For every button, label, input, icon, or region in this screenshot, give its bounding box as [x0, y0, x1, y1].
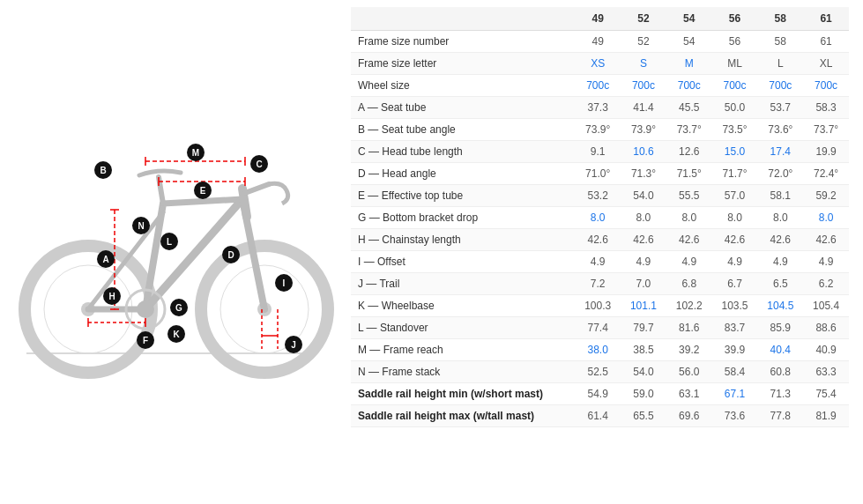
- cell-value: 700c: [712, 75, 758, 97]
- svg-text:D: D: [227, 250, 234, 260]
- header-54: 54: [666, 7, 712, 31]
- header-56: 56: [712, 7, 758, 31]
- svg-text:E: E: [200, 186, 206, 196]
- table-row: N — Frame stack52.554.056.058.460.863.3: [351, 361, 849, 383]
- cell-value: 63.3: [803, 361, 849, 383]
- cell-value: 39.9: [712, 339, 758, 361]
- cell-value: 71.0°: [575, 163, 621, 185]
- cell-value: 8.0: [621, 207, 666, 229]
- cell-value: 71.5°: [666, 163, 712, 185]
- cell-value: 37.3: [575, 97, 621, 119]
- table-row: J — Trail7.27.06.86.76.56.2: [351, 273, 849, 295]
- cell-value: 58.4: [712, 361, 758, 383]
- table-row: Frame size number495254565861: [351, 31, 849, 53]
- cell-value: 100.3: [575, 295, 621, 317]
- cell-value: 63.1: [666, 383, 712, 405]
- row-label: M — Frame reach: [351, 339, 575, 361]
- cell-value: 9.1: [575, 141, 621, 163]
- svg-text:H: H: [108, 292, 115, 301]
- svg-text:M: M: [192, 148, 199, 158]
- svg-text:I: I: [283, 278, 286, 288]
- header-label: [351, 7, 575, 31]
- cell-value: 73.9°: [621, 119, 666, 141]
- cell-value: 50.0: [712, 97, 758, 119]
- cell-value: 41.4: [621, 97, 666, 119]
- bike-diagram-panel: A B C D E F G H I: [0, 0, 344, 504]
- row-label: C — Head tube length: [351, 141, 575, 163]
- svg-text:K: K: [173, 330, 180, 339]
- cell-value: 52.5: [575, 361, 621, 383]
- svg-text:B: B: [100, 166, 106, 175]
- table-row: A — Seat tube37.341.445.550.053.758.3: [351, 97, 849, 119]
- row-label: B — Seat tube angle: [351, 119, 575, 141]
- cell-value: 700c: [803, 75, 849, 97]
- row-label: N — Frame stack: [351, 361, 575, 383]
- table-row: D — Head angle71.0°71.3°71.5°71.7°72.0°7…: [351, 163, 849, 185]
- table-row: C — Head tube length9.110.612.615.017.41…: [351, 141, 849, 163]
- cell-value: 54.0: [621, 361, 666, 383]
- svg-text:A: A: [102, 255, 108, 264]
- table-row: Saddle rail height min (w/short mast)54.…: [351, 383, 849, 405]
- row-label: Frame size number: [351, 31, 575, 53]
- cell-value: 71.3°: [621, 163, 666, 185]
- svg-text:L: L: [167, 237, 172, 247]
- cell-value: 8.0: [757, 207, 803, 229]
- cell-value: 75.4: [803, 383, 849, 405]
- cell-value: 58.3: [803, 97, 849, 119]
- svg-text:J: J: [291, 340, 296, 350]
- cell-value: 56.0: [666, 361, 712, 383]
- cell-value: 4.9: [757, 251, 803, 273]
- svg-text:C: C: [256, 159, 262, 169]
- table-row: H — Chainstay length42.642.642.642.642.6…: [351, 229, 849, 251]
- cell-value: 73.6°: [757, 119, 803, 141]
- cell-value: 4.9: [666, 251, 712, 273]
- cell-value: 8.0: [712, 207, 758, 229]
- table-row: M — Frame reach38.038.539.239.940.440.9: [351, 339, 849, 361]
- cell-value: 73.7°: [666, 119, 712, 141]
- header-61: 61: [803, 7, 849, 31]
- row-label: H — Chainstay length: [351, 229, 575, 251]
- table-row: K — Wheelbase100.3101.1102.2103.5104.510…: [351, 295, 849, 317]
- cell-value: 19.9: [803, 141, 849, 163]
- row-label: A — Seat tube: [351, 97, 575, 119]
- row-label: J — Trail: [351, 273, 575, 295]
- cell-value: 4.9: [575, 251, 621, 273]
- table-row: Frame size letterXSSMMLLXL: [351, 53, 849, 75]
- cell-value: 4.9: [803, 251, 849, 273]
- cell-value: 77.4: [575, 317, 621, 339]
- row-label: I — Offset: [351, 251, 575, 273]
- row-label: Saddle rail height min (w/short mast): [351, 383, 575, 405]
- row-label: G — Bottom bracket drop: [351, 207, 575, 229]
- cell-value: 54.9: [575, 383, 621, 405]
- svg-text:F: F: [143, 336, 148, 345]
- svg-point-16: [137, 300, 154, 318]
- table-row: L — Standover77.479.781.683.785.988.6: [351, 317, 849, 339]
- cell-value: 58.1: [757, 185, 803, 207]
- cell-value: 73.7°: [803, 119, 849, 141]
- cell-value: 700c: [575, 75, 621, 97]
- cell-value: 52: [621, 31, 666, 53]
- specs-table: 49 52 54 56 58 61 Frame size number49525…: [351, 7, 849, 427]
- cell-value: 40.4: [757, 339, 803, 361]
- cell-value: 54.0: [621, 185, 666, 207]
- cell-value: 72.0°: [757, 163, 803, 185]
- cell-value: 67.1: [712, 383, 758, 405]
- header-52: 52: [621, 7, 666, 31]
- cell-value: 42.6: [575, 229, 621, 251]
- cell-value: 38.5: [621, 339, 666, 361]
- table-row: Wheel size700c700c700c700c700c700c: [351, 75, 849, 97]
- svg-line-14: [245, 184, 269, 193]
- cell-value: 6.8: [666, 273, 712, 295]
- cell-value: ML: [712, 53, 758, 75]
- cell-value: M: [666, 53, 712, 75]
- cell-value: 85.9: [757, 317, 803, 339]
- svg-line-8: [163, 199, 242, 204]
- table-row: I — Offset4.94.94.94.94.94.9: [351, 251, 849, 273]
- cell-value: 55.5: [666, 185, 712, 207]
- bike-diagram: A B C D E F G H I: [9, 111, 335, 393]
- cell-value: 38.0: [575, 339, 621, 361]
- cell-value: 65.5: [621, 405, 666, 427]
- cell-value: 58: [757, 31, 803, 53]
- cell-value: 56: [712, 31, 758, 53]
- cell-value: 40.9: [803, 339, 849, 361]
